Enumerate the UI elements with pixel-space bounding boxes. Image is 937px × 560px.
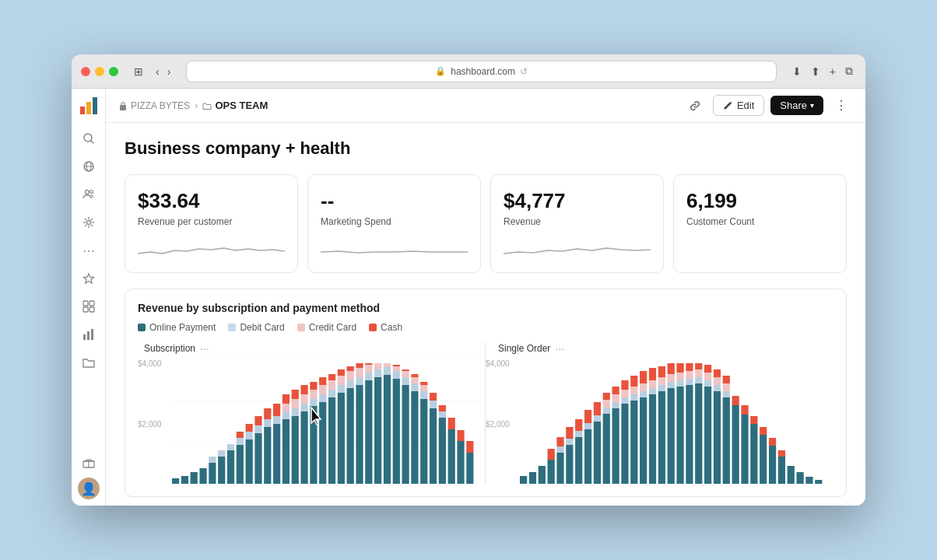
svg-rect-33 [227,450,234,484]
svg-rect-63 [237,438,244,445]
browser-window: ⊞ ‹ › 🔒 hashboard.com ↺ ⬇ ⬆ + ⧉ [72,54,865,506]
svg-rect-123 [439,405,446,411]
share-browser-button[interactable]: ⬆ [808,62,823,81]
link-button[interactable] [683,94,707,117]
svg-rect-88 [300,394,307,404]
svg-rect-90 [319,385,326,394]
svg-rect-32 [218,457,225,484]
svg-rect-166 [612,402,619,408]
back-button[interactable]: ‹ [153,62,163,81]
legend-dot-online [138,324,146,331]
sidebar-item-search[interactable] [76,126,101,151]
folder-icon [82,356,95,369]
svg-rect-13 [89,301,94,306]
kpi-value-2: $4,777 [504,189,651,213]
sidebar-item-explore[interactable] [76,154,101,179]
new-tab-button[interactable]: + [826,62,839,81]
kpi-card-revenue-per-customer[interactable]: $33.64 Revenue per customer [125,174,298,273]
more-icon: ⋮ [835,98,848,113]
share-button[interactable]: Share ▾ [770,96,823,115]
maximize-button[interactable] [109,67,118,76]
svg-rect-125 [457,430,464,441]
url-text: hashboard.com [451,66,515,77]
legend-label-cash: Cash [381,322,402,333]
svg-rect-178 [723,391,730,397]
svg-rect-101 [420,385,427,391]
user-avatar[interactable]: 👤 [78,478,100,499]
svg-line-4 [91,141,93,143]
svg-rect-148 [714,391,721,484]
sidebar-item-gift[interactable] [76,450,101,474]
svg-marker-11 [83,274,93,283]
svg-rect-55 [430,408,437,484]
svg-rect-217 [769,438,776,446]
chart-icon [82,328,95,341]
svg-rect-158 [805,477,812,484]
svg-rect-138 [621,404,628,484]
forward-button[interactable]: › [164,62,174,81]
svg-rect-38 [273,424,280,484]
sidebar-item-dashboards[interactable] [76,294,101,319]
svg-rect-214 [741,405,748,415]
svg-rect-156 [788,466,795,484]
svg-rect-185 [658,377,665,385]
svg-rect-87 [292,399,299,408]
svg-rect-77 [365,373,372,380]
sidebar-toggle-button[interactable]: ⊞ [131,62,146,81]
breadcrumb-current-item[interactable]: OPS TEAM [202,100,268,111]
svg-rect-187 [676,373,683,380]
svg-rect-200 [612,387,619,394]
address-bar[interactable]: 🔒 hashboard.com ↺ [186,61,776,82]
svg-rect-192 [723,383,730,391]
legend-credit-card: Credit Card [297,322,356,333]
svg-rect-49 [374,377,381,484]
svg-rect-136 [603,414,610,484]
app-logo[interactable] [78,95,100,117]
close-button[interactable] [81,67,90,76]
sidebar-item-users[interactable] [76,182,101,207]
svg-rect-16 [83,334,86,340]
svg-rect-44 [328,397,335,484]
sidebar-item-analytics[interactable] [76,322,101,347]
more-button[interactable]: ⋮ [830,94,853,117]
svg-rect-112 [328,374,335,380]
svg-rect-82 [411,383,418,391]
svg-rect-150 [732,405,739,484]
svg-rect-84 [430,401,437,408]
svg-rect-43 [319,402,326,484]
svg-rect-153 [760,435,767,484]
svg-rect-203 [640,371,647,383]
sidebar-item-favorites[interactable] [76,266,101,291]
sidebar-item-more[interactable]: ⋯ [76,238,101,263]
svg-rect-104 [254,416,261,425]
download-button[interactable]: ⬇ [789,62,805,81]
kpi-card-customer-count[interactable]: 6,199 Customer Count [673,174,847,273]
svg-rect-120 [411,374,418,377]
tabs-button[interactable]: ⧉ [842,61,856,81]
svg-point-8 [85,191,89,194]
svg-rect-208 [686,363,693,371]
sidebar-item-folders[interactable] [76,350,101,375]
charts-container: Subscription ··· $4,000 $2,000 [138,342,833,484]
chart-pane-single-order: Single Order ··· $4,000 $2,000 [486,342,833,484]
svg-rect-50 [384,375,391,484]
kpi-value-1: -- [321,189,468,213]
svg-rect-155 [778,457,785,484]
svg-rect-46 [347,388,354,484]
chevron-down-icon: ▾ [810,101,814,110]
lock-icon: 🔒 [435,66,446,76]
svg-rect-154 [769,446,776,484]
chart-pane-subscription: Subscription ··· $4,000 $2,000 [138,342,486,484]
kpi-label-2: Revenue [504,216,651,227]
svg-rect-157 [797,472,804,484]
svg-rect-183 [640,383,647,391]
sidebar-item-settings[interactable] [76,210,101,235]
single-order-more-button[interactable]: ··· [555,342,564,355]
subscription-more-button[interactable]: ··· [200,342,209,355]
edit-button[interactable]: Edit [713,95,764,116]
minimize-button[interactable] [95,67,104,76]
kpi-card-revenue[interactable]: $4,777 Revenue [490,174,664,273]
svg-rect-64 [246,432,253,439]
breadcrumb-root[interactable]: PIZZA BYTES [118,100,190,111]
kpi-card-marketing-spend[interactable]: -- Marketing Spend [307,174,481,273]
